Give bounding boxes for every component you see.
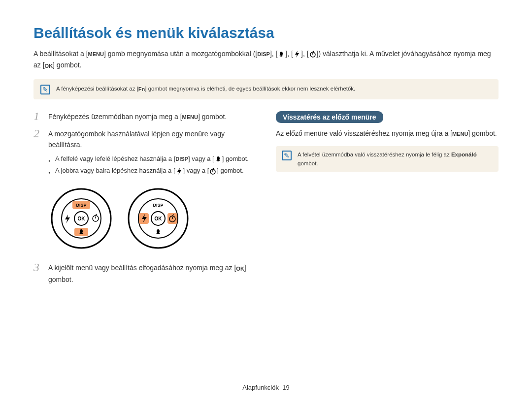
macro-icon	[277, 50, 285, 58]
intro-text: ], [	[285, 50, 293, 58]
intro-text: ], [	[270, 50, 278, 58]
svg-text:OK: OK	[155, 216, 163, 221]
controller-diagrams: OK DISP OK DISP	[50, 187, 256, 249]
step-text: Fényképezés üzemmódban nyomja meg a [	[48, 113, 182, 121]
info-bold: Exponáló	[451, 152, 477, 157]
note-icon: ✎	[282, 151, 292, 160]
info-text-part: A felvétel üzemmódba való visszatéréshez…	[298, 152, 451, 157]
intro-text: ] gomb megnyomása után a mozgatógombokka…	[104, 50, 257, 58]
info-text-part: ] gombot megnyomva is elérheti, de egyes…	[145, 86, 355, 92]
timer-icon	[209, 167, 217, 175]
left-column: 1 Fényképezés üzemmódban nyomja meg a [M…	[33, 111, 256, 291]
step-1: 1 Fényképezés üzemmódban nyomja meg a [M…	[33, 111, 256, 123]
svg-text:DISP: DISP	[76, 203, 86, 208]
macro-icon	[214, 155, 222, 163]
intro-paragraph: A beállításokat a [MENU] gomb megnyomása…	[33, 48, 499, 71]
menu-icon: MENU	[182, 112, 198, 123]
right-body: Az előző menüre való visszatéréshez nyom…	[276, 128, 499, 139]
sub-bullet: A jobbra vagy balra lépéshez használja a…	[48, 166, 256, 176]
step-number: 3	[33, 262, 43, 284]
info-text: A felvétel üzemmódba való visszatéréshez…	[298, 150, 493, 168]
timer-icon	[309, 50, 317, 58]
right-text: ] gombot.	[468, 129, 497, 137]
bullet-text: ] vagy a [	[188, 155, 214, 162]
step-text: ] gombot.	[198, 113, 227, 121]
bullet-text: ] gombot.	[217, 167, 243, 174]
bullet-text: A felfelé vagy lefelé lépéshez használja…	[55, 155, 175, 162]
right-column: Visszatérés az előző menüre Az előző men…	[276, 111, 499, 291]
step-text: A mozgatógombok használatával lépjen egy…	[48, 130, 225, 149]
note-icon: ✎	[40, 85, 50, 94]
ok-icon: OK	[45, 61, 53, 71]
right-text: Az előző menüre való visszatéréshez nyom…	[276, 129, 452, 137]
svg-text:OK: OK	[78, 216, 86, 221]
ok-icon: OK	[236, 263, 244, 274]
step-2: 2 A mozgatógombok használatával lépjen e…	[33, 128, 256, 178]
columns: 1 Fényképezés üzemmódban nyomja meg a [M…	[33, 111, 499, 291]
bullet-text: A jobbra vagy balra lépéshez használja a…	[55, 167, 175, 174]
step-body: A kijelölt menü vagy beállítás elfogadás…	[48, 262, 256, 284]
page-footer: Alapfunkciók 19	[0, 384, 532, 391]
flash-icon	[175, 167, 183, 175]
info-text: A fényképezési beállításokat az [Fn] gom…	[56, 84, 355, 93]
intro-text: ] gombot.	[53, 61, 81, 69]
step-number: 1	[33, 111, 43, 123]
step-body: Fényképezés üzemmódban nyomja meg a [MEN…	[48, 111, 227, 123]
controller-diagram-vertical: OK DISP	[50, 187, 112, 249]
controller-diagram-horizontal: OK DISP	[127, 187, 189, 249]
flash-icon	[293, 50, 301, 58]
page-title: Beállítások és menük kiválasztása	[33, 25, 499, 41]
step-body: A mozgatógombok használatával lépjen egy…	[48, 128, 256, 178]
intro-text: A beállításokat a [	[33, 50, 88, 58]
step-text: A kijelölt menü vagy beállítás elfogadás…	[48, 264, 236, 272]
step-number: 2	[33, 128, 43, 178]
info-text-part: A fényképezési beállításokat az [	[56, 86, 138, 92]
step-3: 3 A kijelölt menü vagy beállítás elfogad…	[33, 262, 256, 284]
sub-bullet: A felfelé vagy lefelé lépéshez használja…	[48, 154, 256, 164]
menu-icon: MENU	[88, 49, 104, 60]
footer-label: Alapfunkciók	[242, 384, 279, 391]
svg-text:DISP: DISP	[153, 203, 163, 208]
disp-icon: DISP	[175, 154, 188, 164]
fn-icon: Fn	[138, 85, 145, 93]
bullet-text: ] gombot.	[222, 155, 249, 162]
disp-icon: DISP	[257, 49, 270, 60]
intro-text: ], [	[301, 50, 309, 58]
info-box-top: ✎ A fényképezési beállításokat az [Fn] g…	[33, 79, 499, 99]
info-box-right: ✎ A felvétel üzemmódba való visszatérésh…	[276, 146, 499, 172]
section-badge: Visszatérés az előző menüre	[276, 111, 383, 123]
info-text-part: gombot.	[298, 160, 318, 166]
footer-page: 19	[282, 384, 289, 391]
bullet-text: ] vagy a [	[183, 167, 209, 174]
menu-icon: MENU	[452, 128, 468, 139]
